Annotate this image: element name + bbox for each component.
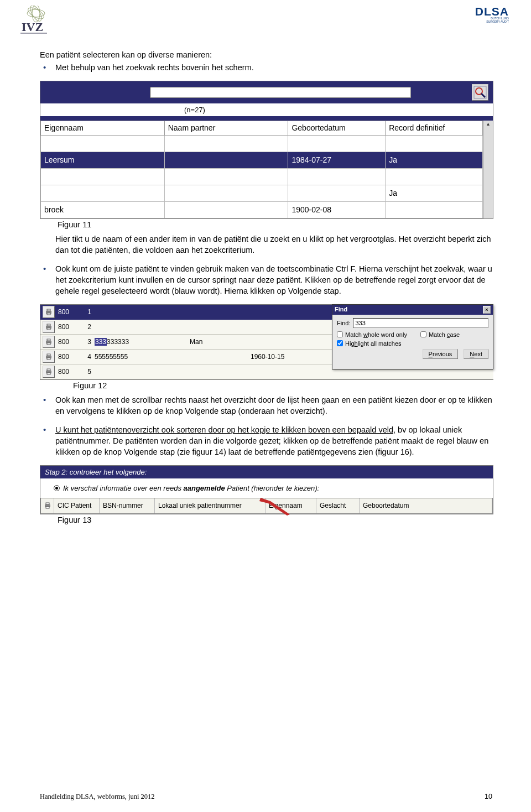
svg-rect-19 [47, 354, 50, 356]
search-icon[interactable] [472, 84, 488, 101]
print-icon[interactable] [43, 351, 55, 363]
table-row[interactable] [41, 135, 483, 152]
figure-13-screenshot: Stap 2: controleer het volgende: Ik vers… [40, 465, 493, 514]
svg-text:IVZ: IVZ [22, 20, 43, 34]
col-lokaalnummer[interactable]: Lokaal uniek patientnummer [155, 498, 266, 513]
cell: Ja [386, 152, 483, 168]
previous-button[interactable]: Previous [423, 349, 459, 359]
radio-icon[interactable] [54, 485, 60, 491]
svg-rect-25 [46, 503, 49, 504]
arrow-icon [259, 493, 293, 516]
cell: 4 [81, 353, 95, 361]
scrollbar[interactable]: ▴ [483, 121, 493, 218]
svg-rect-16 [47, 339, 50, 341]
cell: 1900-02-08 [288, 201, 386, 218]
print-icon[interactable] [43, 336, 55, 348]
t: revious [433, 351, 452, 357]
highlight: 333 [95, 338, 107, 346]
search-input[interactable] [150, 87, 411, 98]
print-icon[interactable] [43, 321, 55, 333]
fig12-caption: Figuur 12 [73, 381, 492, 390]
fig11-divider [40, 116, 493, 121]
next-button[interactable]: Next [464, 349, 488, 359]
t: light all matches [358, 340, 402, 347]
footer-pagenum: 10 [485, 793, 492, 801]
svg-rect-14 [47, 328, 50, 330]
t: Patient (hieronder te kiezen): [225, 484, 320, 492]
col-geboortedatum[interactable]: Geboortedatum [288, 121, 386, 135]
find-dialog: Find × Find: Match whole word only Match… [332, 304, 493, 369]
checkbox[interactable] [337, 340, 343, 346]
table-row[interactable]: Leersum 1984-07-27 Ja [41, 152, 483, 168]
print-icon[interactable] [43, 366, 55, 378]
close-icon[interactable]: × [483, 306, 491, 314]
cell: 3 [81, 338, 95, 346]
cell: 800 [57, 308, 81, 316]
chk-whole-word[interactable]: Match whole word only [337, 331, 407, 338]
t: hole word only [368, 331, 407, 338]
cell: broek [41, 201, 165, 218]
t: ase [450, 331, 460, 338]
cell: 800 [57, 353, 81, 361]
table-row[interactable] [41, 168, 483, 185]
find-label: Find: [337, 320, 350, 326]
figure-11-screenshot: (n=27) Eigennaam Naam partner Geboorteda… [40, 81, 493, 219]
fig11-caption: Figuur 11 [58, 220, 492, 229]
table-row[interactable]: broek 1900-02-08 [41, 201, 483, 218]
t: Ik verschaf informatie over een reeds [63, 484, 184, 492]
cell: 333333333 [95, 338, 145, 346]
checkbox[interactable] [337, 331, 343, 337]
cell: Leersum [41, 152, 165, 168]
print-icon[interactable] [43, 306, 55, 318]
col-cicpatient[interactable]: CIC Patient [54, 498, 100, 513]
chk-match-case[interactable]: Match case [420, 331, 460, 338]
fig13-step-title: Stap 2: controleer het volgende: [40, 466, 493, 478]
t: Match [345, 331, 363, 338]
col-eigennaam[interactable]: Eigennaam [41, 121, 165, 135]
svg-line-7 [481, 93, 485, 97]
bullet-sort-underlined: U kunt het patiëntenoverzicht ook sorter… [55, 425, 395, 434]
fig11-header-row: Eigennaam Naam partner Geboortedatum Rec… [41, 121, 483, 135]
fig11-toolbar [40, 81, 493, 103]
col-recorddef[interactable]: Record definitief [386, 121, 483, 135]
intro-line: Een patiënt selecteren kan op diverse ma… [40, 50, 492, 61]
find-titlebar: Find × [332, 305, 493, 315]
cell: Ja [386, 185, 483, 201]
ivz-logo: IVZ [14, 6, 58, 39]
page-header: IVZ DLSA DUTCH LUNG SURGERY AUDIT [0, 0, 531, 39]
cell [164, 152, 288, 168]
col-geboortedatum[interactable]: Geboortedatum [360, 498, 492, 513]
cell: 800 [57, 338, 81, 346]
col-geslacht[interactable]: Geslacht [316, 498, 360, 513]
dlsa-logo-sub2: SURGERY AUDIT [475, 20, 509, 24]
t: w [363, 331, 368, 338]
svg-rect-10 [47, 309, 50, 311]
svg-rect-22 [47, 369, 50, 371]
bullet-sort: U kunt het patiëntenoverzicht ook sorter… [40, 424, 492, 457]
bullet-searchbox: Met behulp van het zoekvak rechts boveni… [40, 62, 492, 73]
svg-point-1 [27, 6, 46, 21]
t: Hig [345, 340, 355, 347]
print-icon[interactable] [41, 498, 54, 513]
t: aangemelde [184, 484, 225, 492]
col-namepartner[interactable]: Naam partner [164, 121, 288, 135]
col-bsn[interactable]: BSN-nummer [100, 498, 155, 513]
table-row[interactable]: Ja [41, 185, 483, 201]
fig13-caption: Figuur 13 [58, 516, 492, 524]
svg-rect-26 [46, 507, 49, 508]
cell: 2 [81, 323, 95, 331]
find-input[interactable] [353, 318, 488, 328]
cell-rest: 333333 [107, 338, 129, 346]
figure-12-screenshot: 800 1 800 2 800 3 333333333 Man 800 4 55… [40, 304, 493, 380]
svg-rect-20 [47, 358, 50, 360]
svg-rect-13 [47, 324, 50, 326]
checkbox[interactable] [420, 331, 426, 337]
cell: 555555555 [95, 353, 145, 361]
cell: 800 [57, 323, 81, 331]
svg-rect-11 [47, 313, 50, 315]
cell: 1984-07-27 [288, 152, 386, 168]
dlsa-logo: DLSA DUTCH LUNG SURGERY AUDIT [475, 6, 509, 23]
cell: 800 [57, 368, 81, 376]
chk-highlight-all[interactable]: Highlight all matches [337, 340, 402, 347]
svg-rect-17 [47, 343, 50, 345]
